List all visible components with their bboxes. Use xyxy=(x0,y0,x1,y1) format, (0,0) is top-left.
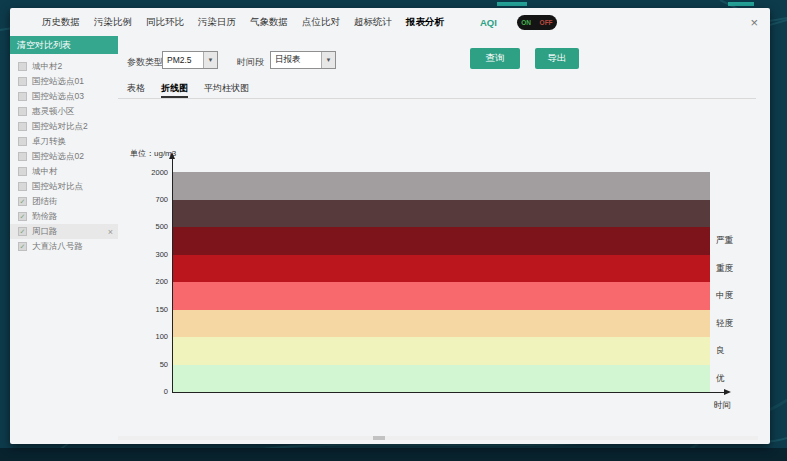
map-water-strip xyxy=(0,448,787,461)
checkbox-icon[interactable] xyxy=(18,77,27,86)
chart-tabs: 表格 折线图 平均柱状图 xyxy=(118,82,756,99)
band-label-moderate: 中度 xyxy=(716,290,733,302)
station-row[interactable]: ✓ 团结街 xyxy=(10,194,118,209)
param-type-select[interactable]: PM2.5 ▼ xyxy=(162,51,218,69)
station-row[interactable]: ✓ 勤俭路 xyxy=(10,209,118,224)
aqi-band-moderate xyxy=(172,282,710,310)
y-tick: 700 xyxy=(134,195,168,204)
nav-item-yoy-mom[interactable]: 同比环比 xyxy=(146,16,184,29)
station-list: 城中村2 国控站选点01 国控站选点03 惠灵顿小区 国控站对比点2 卓刀转换 xyxy=(10,59,118,254)
tab-avg-bar-chart[interactable]: 平均柱状图 xyxy=(204,82,249,98)
nav-item-pollution-ratio[interactable]: 污染比例 xyxy=(94,16,132,29)
aqi-band-light xyxy=(172,310,710,338)
y-axis-arrow-icon xyxy=(169,152,175,159)
station-row[interactable]: 国控站选点03 xyxy=(10,89,118,104)
checkbox-checked-icon[interactable]: ✓ xyxy=(18,227,27,236)
y-tick: 50 xyxy=(134,360,168,369)
nav-item-history-data[interactable]: 历史数据 xyxy=(42,16,80,29)
y-tick: 500 xyxy=(134,222,168,231)
aqi-band-good xyxy=(172,337,710,365)
station-row[interactable]: 城中村2 xyxy=(10,59,118,74)
station-row[interactable]: 惠灵顿小区 xyxy=(10,104,118,119)
y-tick: 300 xyxy=(134,250,168,259)
period-label: 时间段 xyxy=(237,56,264,69)
band-label-good: 良 xyxy=(716,345,725,357)
tab-table[interactable]: 表格 xyxy=(127,82,145,98)
checkbox-icon[interactable] xyxy=(18,167,27,176)
station-row[interactable]: 国控站对比点2 xyxy=(10,119,118,134)
x-axis-arrow-icon xyxy=(724,389,731,395)
station-row[interactable]: ✓ 大直沽八号路 xyxy=(10,239,118,254)
station-row[interactable]: 国控站选点01 xyxy=(10,74,118,89)
nav-item-exceedance-stats[interactable]: 超标统计 xyxy=(354,16,392,29)
checkbox-icon[interactable] xyxy=(18,107,27,116)
station-row[interactable]: 国控站选点02 xyxy=(10,149,118,164)
nav-item-site-compare[interactable]: 点位比对 xyxy=(302,16,340,29)
checkbox-checked-icon[interactable]: ✓ xyxy=(18,212,27,221)
aqi-band-heavy xyxy=(172,255,710,283)
x-axis-line xyxy=(172,392,724,393)
x-axis-label: 时间 xyxy=(714,400,731,412)
band-label-severe: 严重 xyxy=(716,235,733,247)
station-sidebar: 清空对比列表 城中村2 国控站选点01 国控站选点03 惠灵顿小区 国控站对比点… xyxy=(10,36,118,426)
band-label-light: 轻度 xyxy=(716,318,733,330)
band-label-heavy: 重度 xyxy=(716,263,733,275)
y-tick: 100 xyxy=(134,332,168,341)
station-row[interactable]: 卓刀转换 xyxy=(10,134,118,149)
nav-item-weather-data[interactable]: 气象数据 xyxy=(250,16,288,29)
station-row[interactable]: 城中村 xyxy=(10,164,118,179)
aqi-band-500-700 xyxy=(172,200,710,228)
checkbox-icon[interactable] xyxy=(18,152,27,161)
close-icon[interactable]: × xyxy=(750,16,758,29)
checkbox-icon[interactable] xyxy=(18,62,27,71)
station-row[interactable]: 国控站对比点 xyxy=(10,179,118,194)
horizontal-scrollbar[interactable] xyxy=(118,436,758,440)
query-button[interactable]: 查询 xyxy=(470,48,520,69)
period-value: 日报表 xyxy=(271,52,321,68)
toggle-off-label: OFF xyxy=(540,19,553,26)
aqi-band-700-2000 xyxy=(172,172,710,200)
band-label-excellent: 优 xyxy=(716,373,725,385)
checkbox-icon[interactable] xyxy=(18,122,27,131)
toggle-on-label: ON xyxy=(521,19,531,26)
top-nav: 历史数据 污染比例 同比环比 污染日历 气象数据 点位比对 超标统计 报表分析 … xyxy=(10,8,770,36)
y-tick: 150 xyxy=(134,305,168,314)
nav-item-pollution-calendar[interactable]: 污染日历 xyxy=(198,16,236,29)
aqi-on-off-toggle[interactable]: ON OFF xyxy=(517,15,557,30)
y-tick: 200 xyxy=(134,277,168,286)
aqi-band-plot xyxy=(172,172,710,392)
tab-line-chart[interactable]: 折线图 xyxy=(161,82,188,98)
checkbox-checked-icon[interactable]: ✓ xyxy=(18,242,27,251)
param-type-label: 参数类型 xyxy=(127,56,163,69)
remove-station-icon[interactable]: × xyxy=(108,227,113,237)
station-row-highlighted[interactable]: ✓ 周口路 × xyxy=(10,224,118,239)
horizontal-scrollbar-thumb[interactable] xyxy=(373,436,385,440)
clear-compare-list-button[interactable]: 清空对比列表 xyxy=(10,36,118,54)
aqi-band-excellent xyxy=(172,365,710,393)
chevron-down-icon: ▼ xyxy=(203,52,217,68)
y-axis-line xyxy=(172,159,173,392)
period-select[interactable]: 日报表 ▼ xyxy=(270,51,336,69)
param-type-value: PM2.5 xyxy=(163,52,203,68)
app-window: 历史数据 污染比例 同比环比 污染日历 气象数据 点位比对 超标统计 报表分析 … xyxy=(10,8,770,444)
checkbox-icon[interactable] xyxy=(18,137,27,146)
aqi-label: AQI xyxy=(480,17,497,28)
y-tick: 2000 xyxy=(134,168,168,177)
checkbox-icon[interactable] xyxy=(18,92,27,101)
chevron-down-icon: ▼ xyxy=(321,52,335,68)
export-button[interactable]: 导出 xyxy=(535,48,579,69)
nav-item-report-analysis[interactable]: 报表分析 xyxy=(406,16,444,29)
aqi-band-severe xyxy=(172,227,710,255)
checkbox-checked-icon[interactable]: ✓ xyxy=(18,197,27,206)
y-tick: 0 xyxy=(134,387,168,396)
checkbox-icon[interactable] xyxy=(18,182,27,191)
